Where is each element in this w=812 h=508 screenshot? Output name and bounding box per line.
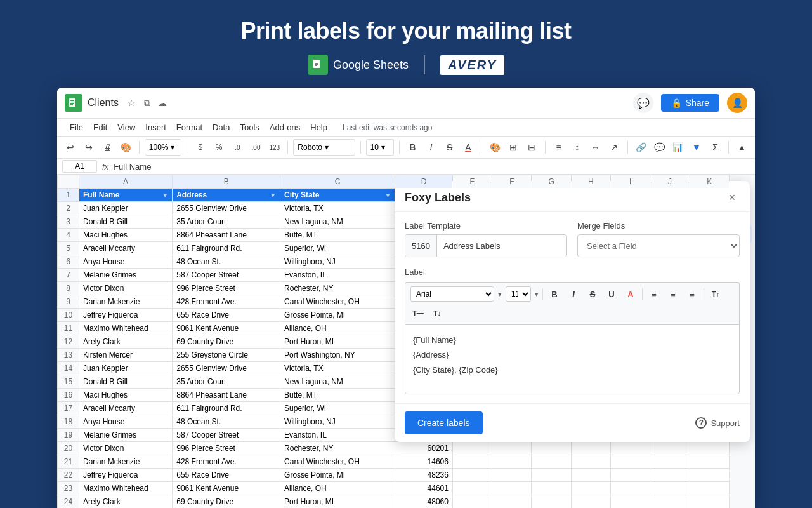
dialog-close-button[interactable]: × xyxy=(724,190,740,205)
table-cell[interactable]: Alliance, OH xyxy=(280,322,395,335)
table-cell[interactable]: 8864 Pheasant Lane xyxy=(173,229,280,242)
table-cell[interactable]: Port Huron, MI xyxy=(280,495,395,509)
table-cell[interactable]: Superior, WI xyxy=(280,242,395,255)
label-align-left-button[interactable]: ≡ xyxy=(646,286,662,302)
col-header-i[interactable]: I xyxy=(611,175,650,189)
label-underline-button[interactable]: U xyxy=(604,286,619,302)
move-icon[interactable]: ⧉ xyxy=(141,97,153,109)
table-cell[interactable]: Victor Dixon xyxy=(79,442,172,455)
comment-button[interactable]: 💬 xyxy=(652,139,667,156)
table-cell[interactable]: Araceli Mccarty xyxy=(79,242,172,255)
table-cell[interactable]: 8864 Pheasant Lane xyxy=(173,389,280,402)
label-align-center-button[interactable]: ≡ xyxy=(665,286,681,302)
collapse-button[interactable]: ▲ xyxy=(734,139,750,156)
align-button[interactable]: ≡ xyxy=(551,139,566,156)
table-cell[interactable]: Evanston, IL xyxy=(280,269,395,282)
table-cell[interactable]: Kirsten Mercer xyxy=(79,349,172,362)
support-link[interactable]: ? Support xyxy=(695,417,740,429)
col-header-g[interactable]: G xyxy=(532,175,571,189)
label-bold-button[interactable]: B xyxy=(547,286,562,302)
table-cell[interactable]: 996 Pierce Street xyxy=(173,442,280,455)
table-cell[interactable]: 35 Arbor Court xyxy=(173,215,280,229)
table-cell[interactable]: Anya House xyxy=(79,415,172,429)
font-family-select[interactable]: Arial Times New Roman xyxy=(410,286,494,302)
strikethrough-button[interactable]: S xyxy=(442,139,457,156)
col-header-b[interactable]: B xyxy=(173,175,280,189)
table-cell[interactable]: Darian Mckenzie xyxy=(79,295,172,309)
table-cell[interactable]: Canal Winchester, OH xyxy=(280,295,395,309)
table-cell[interactable]: Maci Hughes xyxy=(79,229,172,242)
table-cell[interactable]: Juan Keppler xyxy=(79,202,172,215)
table-cell[interactable]: Evanston, IL xyxy=(280,429,395,442)
rotate-button[interactable]: ↗ xyxy=(606,139,622,156)
menu-file[interactable]: File xyxy=(65,120,88,135)
table-cell[interactable]: 587 Cooper Street xyxy=(173,269,280,282)
valign-button[interactable]: ↕ xyxy=(569,139,585,156)
table-cell[interactable]: 69 Country Drive xyxy=(173,495,280,509)
label-valign-top-button[interactable]: T↑ xyxy=(708,286,723,302)
menu-data[interactable]: Data xyxy=(207,120,235,135)
paint-format-button[interactable]: 🎨 xyxy=(118,139,134,156)
table-cell[interactable]: Jeffrey Figueroa xyxy=(79,469,172,482)
table-cell[interactable]: 611 Fairground Rd. xyxy=(173,242,280,255)
table-cell[interactable]: Maximo Whitehead xyxy=(79,482,172,495)
font-selector[interactable]: Roboto ▾ xyxy=(293,139,355,156)
table-cell[interactable]: Victoria, TX xyxy=(280,362,395,375)
table-cell[interactable]: 655 Race Drive xyxy=(173,309,280,322)
col-header-f[interactable]: F xyxy=(492,175,532,189)
wrap-button[interactable]: ↔ xyxy=(587,139,603,156)
label-align-right-button[interactable]: ≡ xyxy=(684,286,700,302)
table-cell[interactable]: 996 Pierce Street xyxy=(173,282,280,295)
currency-button[interactable]: $ xyxy=(192,139,208,156)
table-cell[interactable]: Melanie Grimes xyxy=(79,429,172,442)
function-button[interactable]: Σ xyxy=(707,139,723,156)
undo-button[interactable]: ↩ xyxy=(62,139,78,156)
table-cell[interactable]: Victoria, TX xyxy=(280,202,395,215)
print-button[interactable]: 🖨 xyxy=(99,139,115,156)
table-cell[interactable]: Juan Keppler xyxy=(79,362,172,375)
menu-add-ons[interactable]: Add-ons xyxy=(265,120,305,135)
number-format-button[interactable]: 123 xyxy=(266,139,282,156)
table-cell[interactable]: Victor Dixon xyxy=(79,282,172,295)
table-cell[interactable]: 2655 Glenview Drive xyxy=(173,362,280,375)
table-cell[interactable]: Port Huron, MI xyxy=(280,335,395,349)
label-valign-bot-button[interactable]: T↓ xyxy=(429,305,445,321)
font-size-selector[interactable]: 10 ▾ xyxy=(366,139,394,156)
cell-reference-input[interactable] xyxy=(62,160,97,173)
merge-button[interactable]: ⊟ xyxy=(524,139,540,156)
increase-decimal-button[interactable]: .00 xyxy=(248,139,264,156)
table-cell[interactable]: 655 Race Drive xyxy=(173,469,280,482)
label-content-area[interactable]: {Full Name} {Address} {City State}, {Zip… xyxy=(405,324,740,394)
table-cell[interactable]: 428 Fremont Ave. xyxy=(173,455,280,469)
link-button[interactable]: 🔗 xyxy=(633,139,649,156)
borders-button[interactable]: ⊞ xyxy=(506,139,521,156)
comments-icon[interactable]: 💬 xyxy=(633,93,653,113)
star-icon[interactable]: ☆ xyxy=(126,97,138,109)
table-cell[interactable]: Willingboro, NJ xyxy=(280,255,395,269)
percent-button[interactable]: % xyxy=(211,139,227,156)
table-cell[interactable]: Grosse Pointe, MI xyxy=(280,309,395,322)
foxy-labels-dialog[interactable]: Foxy Labels × Label Template 5160 Addres… xyxy=(395,181,750,442)
text-color-button[interactable]: A xyxy=(460,139,476,156)
table-cell[interactable]: Butte, MT xyxy=(280,389,395,402)
table-cell[interactable]: Jeffrey Figueroa xyxy=(79,309,172,322)
menu-tools[interactable]: Tools xyxy=(235,120,264,135)
merge-fields-select[interactable]: Select a Field Full Name Address City St… xyxy=(577,234,740,257)
table-cell[interactable]: Rochester, NY xyxy=(280,442,395,455)
font-size-select[interactable]: 11 10 12 xyxy=(506,286,531,302)
template-input[interactable]: 5160 Address Labels xyxy=(405,234,567,257)
table-cell[interactable]: 9061 Kent Avenue xyxy=(173,322,280,335)
redo-button[interactable]: ↪ xyxy=(81,139,96,156)
table-cell[interactable]: 2655 Glenview Drive xyxy=(173,202,280,215)
table-cell[interactable]: Grosse Pointe, MI xyxy=(280,469,395,482)
zoom-selector[interactable]: 100% ▾ xyxy=(145,139,182,156)
table-cell[interactable]: Rochester, NY xyxy=(280,282,395,295)
table-cell[interactable]: Melanie Grimes xyxy=(79,269,172,282)
col-header-k[interactable]: K xyxy=(690,175,729,189)
table-cell[interactable]: Anya House xyxy=(79,255,172,269)
col-header-a[interactable]: A xyxy=(79,175,172,189)
table-cell[interactable]: 48 Ocean St. xyxy=(173,415,280,429)
table-cell[interactable]: 255 Greystone Circle xyxy=(173,349,280,362)
fill-color-button[interactable]: 🎨 xyxy=(487,139,502,156)
table-cell[interactable]: Butte, MT xyxy=(280,229,395,242)
